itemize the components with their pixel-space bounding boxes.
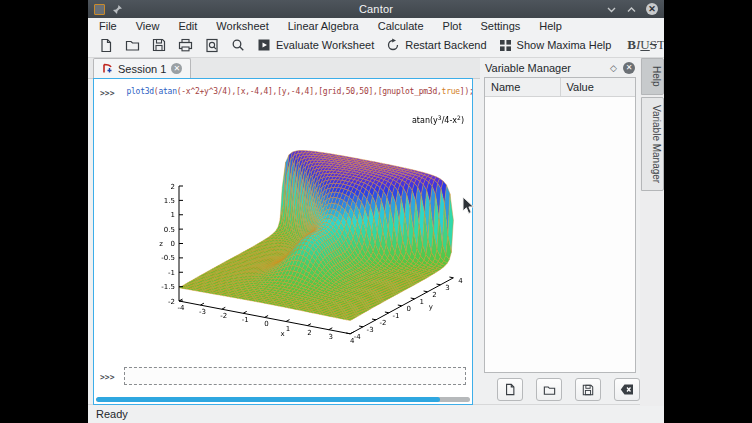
clear-variables-button[interactable] <box>614 378 640 401</box>
load-variables-button[interactable] <box>536 378 562 401</box>
code-func: plot3d <box>126 87 153 96</box>
variable-manager-header[interactable]: Variable Manager ◇ ✕ <box>480 58 640 77</box>
save-icon <box>152 38 166 52</box>
statusbar: Ready <box>88 404 664 423</box>
restart-backend-label: Restart Backend <box>405 39 486 51</box>
menu-help[interactable]: Help <box>539 20 562 32</box>
pin-icon[interactable] <box>112 4 123 15</box>
content-area: Session 1 ✕ >>> plot3d(atan(-x^2+y^3/4),… <box>88 58 664 404</box>
show-maxima-help-label: Show Maxima Help <box>517 39 612 51</box>
open-button[interactable] <box>119 35 146 55</box>
tab-session-1[interactable]: Session 1 ✕ <box>93 58 191 78</box>
save-button[interactable] <box>146 35 172 55</box>
show-maxima-help-button[interactable]: Show Maxima Help <box>493 35 618 55</box>
underline-button[interactable]: U <box>640 37 649 53</box>
folder-icon <box>543 384 556 396</box>
titlebar[interactable]: Cantor ✕ <box>88 0 664 18</box>
tab-close-icon[interactable]: ✕ <box>171 63 182 74</box>
superscript-button[interactable]: Ta <box>657 37 664 53</box>
cantor-app-icon <box>102 63 113 74</box>
evaluate-worksheet-label: Evaluate Worksheet <box>276 39 374 51</box>
strikethrough-button[interactable]: S <box>650 37 657 53</box>
maximize-icon[interactable] <box>626 4 637 15</box>
code-close: ]); <box>460 87 473 96</box>
column-name[interactable]: Name <box>485 78 561 96</box>
variable-manager-panel: Variable Manager ◇ ✕ Name Value <box>480 58 640 406</box>
help-contents-icon <box>499 39 512 52</box>
code-keyword: true <box>442 87 460 96</box>
dock-tab-variable-manager[interactable]: Variable Manager <box>641 97 664 191</box>
evaluate-icon <box>257 38 271 52</box>
code-args: (-x^2+y^3/4),[x,-4,4],[y,-4,4],[grid,50,… <box>177 87 442 96</box>
plot-canvas <box>148 111 470 349</box>
clear-backspace-icon <box>620 384 634 395</box>
mouse-cursor <box>462 196 475 219</box>
menu-worksheet[interactable]: Worksheet <box>216 20 268 32</box>
input-prompt: >>> <box>100 87 114 98</box>
print-icon <box>178 38 193 52</box>
minimize-icon[interactable] <box>606 4 617 15</box>
session-tab-label: Session 1 <box>118 63 166 75</box>
find-button[interactable] <box>225 35 251 55</box>
new-document-icon <box>504 383 516 396</box>
variable-manager-toolbar <box>480 373 640 406</box>
titlebar-left <box>94 4 184 15</box>
code-func-2: atan <box>158 87 176 96</box>
command-entry[interactable]: >>> plot3d(atan(-x^2+y^3/4),[x,-4,4],[y,… <box>100 87 466 98</box>
column-value[interactable]: Value <box>561 78 636 96</box>
evaluate-worksheet-button[interactable]: Evaluate Worksheet <box>251 35 380 55</box>
restart-icon <box>386 38 400 52</box>
dock-tab-help[interactable]: Help <box>641 58 664 95</box>
worksheet[interactable]: >>> plot3d(atan(-x^2+y^3/4),[x,-4,4],[y,… <box>93 78 473 405</box>
menu-view[interactable]: View <box>136 20 160 32</box>
input-prompt-2: >>> <box>100 371 114 382</box>
progress-bar <box>96 397 470 402</box>
panel-close-icon[interactable]: ✕ <box>623 62 635 74</box>
save-icon <box>582 384 594 396</box>
empty-command-entry[interactable]: >>> <box>100 367 466 385</box>
screen: Cantor ✕ File View Edit Worksheet Linear… <box>0 0 752 423</box>
bold-button[interactable]: B <box>627 37 636 53</box>
cantor-window: Cantor ✕ File View Edit Worksheet Linear… <box>88 0 664 423</box>
variable-table-body[interactable] <box>485 97 635 372</box>
window-controls: ✕ <box>568 3 658 15</box>
variable-table-header: Name Value <box>485 78 635 97</box>
command-text[interactable]: plot3d(atan(-x^2+y^3/4),[x,-4,4],[y,-4,4… <box>126 87 473 96</box>
print-preview-icon <box>205 38 219 53</box>
print-button[interactable] <box>172 35 199 55</box>
menubar: File View Edit Worksheet Linear Algebra … <box>88 18 664 33</box>
superscript-icon: T <box>657 37 664 52</box>
tab-bar: Session 1 ✕ <box>88 58 480 79</box>
window-title: Cantor <box>184 3 568 15</box>
menu-edit[interactable]: Edit <box>178 20 197 32</box>
new-document-icon <box>99 38 113 53</box>
progress-fill <box>96 397 440 402</box>
restart-backend-button[interactable]: Restart Backend <box>380 35 492 55</box>
save-variables-button[interactable] <box>575 378 601 401</box>
float-panel-icon[interactable]: ◇ <box>610 63 617 73</box>
toolbar: Evaluate Worksheet Restart Backend Show … <box>88 33 664 58</box>
variable-table: Name Value <box>484 77 636 373</box>
menu-file[interactable]: File <box>99 20 117 32</box>
menu-settings[interactable]: Settings <box>481 20 521 32</box>
dock-tab-strip: Help Variable Manager <box>640 58 664 406</box>
close-icon[interactable]: ✕ <box>646 3 658 15</box>
folder-icon <box>125 38 140 52</box>
command-input-field[interactable] <box>124 367 466 385</box>
menu-calculate[interactable]: Calculate <box>378 20 424 32</box>
new-worksheet-button[interactable] <box>93 35 119 55</box>
status-text: Ready <box>96 408 128 420</box>
app-menu-icon[interactable] <box>94 4 105 15</box>
menu-plot[interactable]: Plot <box>443 20 462 32</box>
variable-manager-title: Variable Manager <box>485 62 604 74</box>
menu-linear-algebra[interactable]: Linear Algebra <box>288 20 359 32</box>
search-icon <box>231 38 245 52</box>
new-variable-button[interactable] <box>497 378 523 401</box>
worksheet-column: Session 1 ✕ >>> plot3d(atan(-x^2+y^3/4),… <box>88 58 480 406</box>
print-preview-button[interactable] <box>199 35 225 55</box>
